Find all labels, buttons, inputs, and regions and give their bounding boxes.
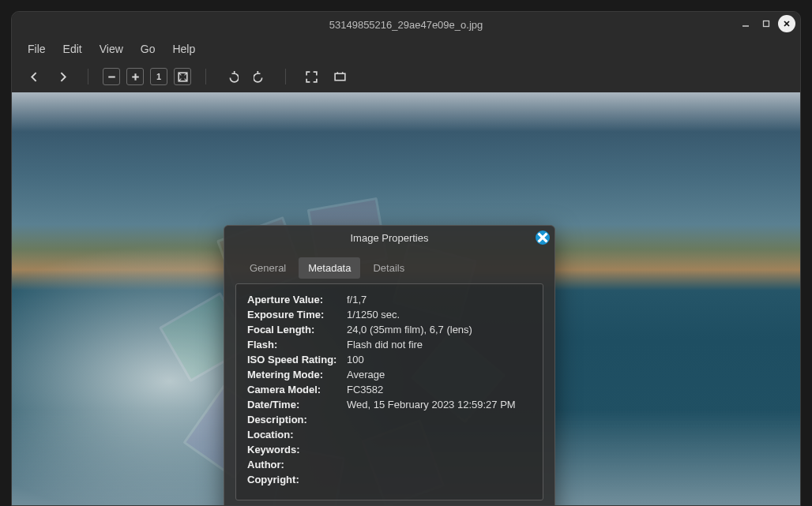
camera-value: FC3582 (347, 384, 383, 395)
minimize-button[interactable] (737, 15, 754, 32)
zoom-in-button[interactable] (126, 68, 144, 85)
metering-value: Average (347, 369, 385, 380)
field-keywords: Keywords: (247, 444, 532, 455)
author-label: Author: (247, 459, 347, 470)
camera-label: Camera Model: (247, 384, 347, 395)
datetime-value: Wed, 15 February 2023 12:59:27 PM (347, 399, 516, 410)
dialog-footer: Previous Next Close (224, 500, 554, 505)
fullscreen-button[interactable] (300, 66, 322, 88)
toolbar-separator (88, 69, 88, 84)
field-iso: ISO Speed Rating:100 (247, 354, 532, 365)
dialog-header: Image Properties (224, 226, 554, 249)
focal-label: Focal Length: (247, 324, 347, 335)
slideshow-button[interactable] (329, 66, 351, 88)
description-label: Description: (247, 414, 347, 425)
field-copyright: Copyright: (247, 474, 532, 485)
field-flash: Flash:Flash did not fire (247, 339, 532, 350)
menu-help[interactable]: Help (164, 39, 203, 58)
app-window: 53149855216_29ae47e09e_o.jpg File Edit V… (11, 11, 801, 506)
flash-label: Flash: (247, 339, 347, 350)
metadata-panel: Aperture Value:f/1,7 Exposure Time:1/125… (235, 283, 543, 500)
close-window-button[interactable] (778, 15, 795, 32)
menu-go[interactable]: Go (133, 39, 164, 58)
maximize-button[interactable] (757, 15, 775, 32)
svg-rect-1 (764, 21, 769, 27)
zoom-100-label: 1 (156, 72, 161, 81)
location-label: Location: (247, 429, 347, 440)
exposure-label: Exposure Time: (247, 309, 347, 320)
image-viewport[interactable]: Image Properties General Metadata Detail… (12, 92, 800, 505)
go-next-button[interactable] (51, 66, 73, 88)
dialog-tabs: General Metadata Details (224, 249, 554, 279)
exposure-value: 1/1250 sec. (347, 309, 400, 320)
field-metering: Metering Mode:Average (247, 369, 532, 380)
copyright-label: Copyright: (247, 474, 347, 485)
close-icon (536, 231, 550, 245)
field-aperture: Aperture Value:f/1,7 (247, 294, 532, 305)
field-datetime: Date/Time:Wed, 15 February 2023 12:59:27… (247, 399, 532, 410)
menu-view[interactable]: View (92, 39, 131, 58)
svg-rect-12 (335, 73, 345, 81)
field-location: Location: (247, 429, 532, 440)
zoom-100-button[interactable]: 1 (150, 68, 167, 85)
flash-value: Flash did not fire (347, 339, 423, 350)
keywords-label: Keywords: (247, 444, 347, 455)
aperture-value: f/1,7 (347, 294, 367, 305)
go-previous-button[interactable] (23, 66, 45, 88)
field-description: Description: (247, 414, 532, 425)
zoom-fit-button[interactable] (174, 68, 191, 85)
field-exposure: Exposure Time:1/1250 sec. (247, 309, 532, 320)
focal-value: 24,0 (35mm film), 6,7 (lens) (347, 324, 472, 335)
menu-bar: File Edit View Go Help (12, 37, 800, 61)
metering-label: Metering Mode: (247, 369, 347, 380)
field-focal: Focal Length:24,0 (35mm film), 6,7 (lens… (247, 324, 532, 335)
image-properties-dialog: Image Properties General Metadata Detail… (224, 225, 555, 505)
titlebar: 53149855216_29ae47e09e_o.jpg (12, 12, 800, 37)
field-camera: Camera Model:FC3582 (247, 384, 532, 395)
zoom-out-button[interactable] (103, 68, 120, 85)
aperture-label: Aperture Value: (247, 294, 347, 305)
datetime-label: Date/Time: (247, 399, 347, 410)
tab-details[interactable]: Details (363, 257, 414, 279)
iso-value: 100 (347, 354, 364, 365)
rotate-right-button[interactable] (249, 66, 271, 88)
tab-metadata[interactable]: Metadata (299, 257, 360, 279)
toolbar: 1 (12, 61, 800, 92)
toolbar-separator (205, 69, 206, 84)
dialog-close-button[interactable] (536, 231, 550, 245)
toolbar-separator (285, 69, 286, 84)
window-title: 53149855216_29ae47e09e_o.jpg (329, 19, 483, 31)
iso-label: ISO Speed Rating: (247, 354, 347, 365)
dialog-title: Image Properties (351, 232, 429, 244)
window-controls (737, 15, 795, 32)
field-author: Author: (247, 459, 532, 470)
menu-edit[interactable]: Edit (55, 39, 90, 58)
rotate-left-button[interactable] (220, 66, 242, 88)
tab-general[interactable]: General (240, 257, 295, 279)
menu-file[interactable]: File (20, 39, 54, 58)
